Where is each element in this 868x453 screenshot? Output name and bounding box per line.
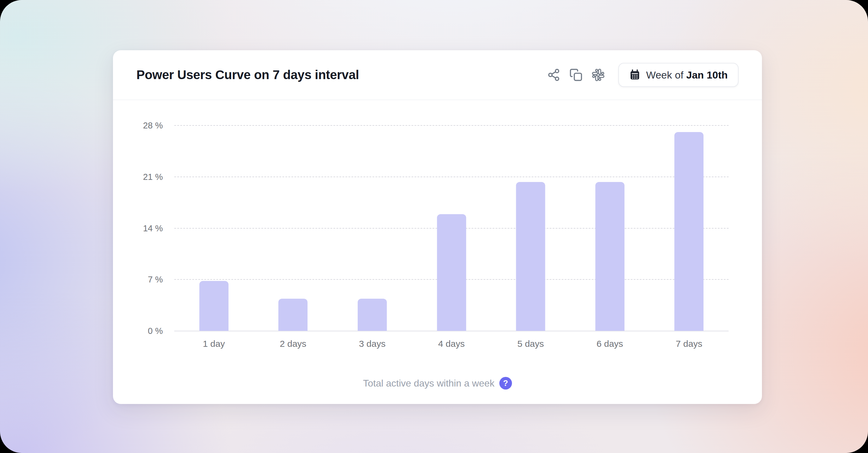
column-7-days: 7 days	[649, 125, 728, 331]
card-header: Power Users Curve on 7 days interval	[113, 50, 762, 100]
card-footer: Total active days within a week ?	[113, 377, 762, 390]
week-selector-label: Week of Jan 10th	[646, 69, 728, 81]
x-tick-label-2-days: 2 days	[254, 339, 333, 349]
x-tick-label-3-days: 3 days	[333, 339, 412, 349]
bar-2-days[interactable]	[279, 299, 308, 331]
x-tick-label-7-days: 7 days	[649, 339, 728, 349]
page-title: Power Users Curve on 7 days interval	[136, 68, 359, 82]
slack-icon	[592, 68, 605, 82]
y-tick-label-14: 14 %	[118, 224, 163, 233]
bar-3-days[interactable]	[358, 299, 387, 331]
x-tick-label-1-day: 1 day	[174, 339, 254, 349]
y-tick-label-0: 0 %	[118, 327, 163, 335]
slack-share-button[interactable]	[587, 64, 609, 86]
header-actions: Week of Jan 10th	[542, 63, 739, 87]
week-selector-button[interactable]: Week of Jan 10th	[618, 63, 739, 87]
help-icon[interactable]: ?	[499, 377, 512, 390]
bar-7-days[interactable]	[675, 132, 704, 331]
week-of-text: Week of	[646, 69, 683, 81]
bar-6-days[interactable]	[595, 182, 624, 331]
bar-1-day[interactable]	[199, 281, 228, 331]
copy-button[interactable]	[565, 64, 587, 86]
bar-columns: 1 day2 days3 days4 days5 days6 days7 day…	[174, 125, 728, 331]
selected-week-date: Jan 10th	[686, 69, 728, 81]
power-users-card: Power Users Curve on 7 days interval	[113, 50, 762, 404]
y-tick-label-21: 21 %	[118, 172, 163, 181]
screenshot-background: Power Users Curve on 7 days interval	[0, 0, 868, 453]
column-1-day: 1 day	[174, 125, 254, 331]
column-5-days: 5 days	[491, 125, 570, 331]
column-6-days: 6 days	[570, 125, 650, 331]
x-tick-label-4-days: 4 days	[412, 339, 491, 349]
bar-4-days[interactable]	[437, 214, 466, 331]
y-tick-label-7: 7 %	[118, 275, 163, 284]
bar-5-days[interactable]	[516, 182, 545, 331]
x-axis-caption: Total active days within a week	[363, 378, 495, 389]
x-tick-label-6-days: 6 days	[570, 339, 650, 349]
y-tick-label-28: 28 %	[118, 121, 163, 130]
share-button[interactable]	[542, 64, 565, 86]
plot-area: 0 %7 %14 %21 %28 %1 day2 days3 days4 day…	[174, 125, 728, 331]
calendar-icon	[629, 69, 641, 81]
share-icon	[547, 68, 560, 82]
column-4-days: 4 days	[412, 125, 491, 331]
x-tick-label-5-days: 5 days	[491, 339, 570, 349]
copy-icon	[569, 68, 583, 82]
column-2-days: 2 days	[254, 125, 333, 331]
column-3-days: 3 days	[333, 125, 412, 331]
